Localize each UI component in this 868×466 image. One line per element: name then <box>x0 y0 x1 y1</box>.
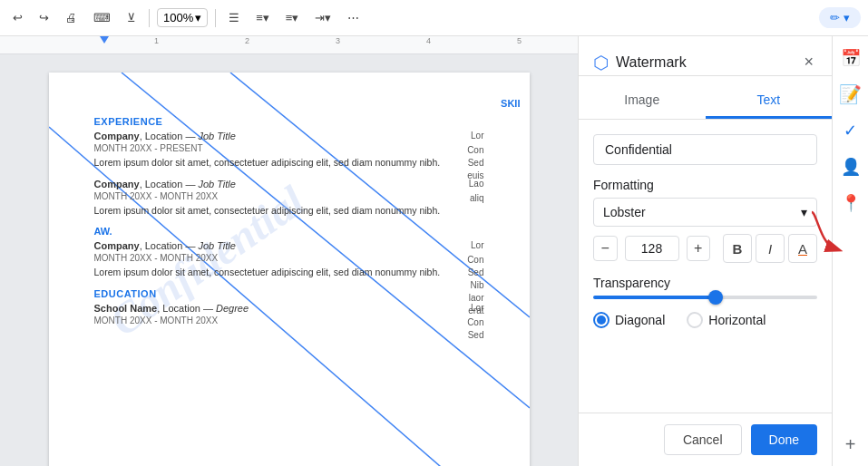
ruler-mark-4: 4 <box>426 36 431 45</box>
diagonal-label: Diagonal <box>615 313 665 327</box>
panel-body: Formatting Lobster ▾ <box>579 120 832 413</box>
tab-text[interactable]: Text <box>706 83 833 119</box>
job1-side3: Sed <box>468 158 484 168</box>
size-row: − + B I A <box>593 234 817 263</box>
panel-close-button[interactable]: × <box>800 49 817 75</box>
panel-header: ⬡ Watermark × <box>579 36 832 76</box>
indent-button[interactable]: ⇥▾ <box>309 7 336 28</box>
format-buttons: B I A <box>723 234 817 263</box>
ruler-marks: 1 2 3 4 5 <box>54 36 523 54</box>
watermark-text-input[interactable] <box>593 134 817 165</box>
calendar-icon-btn[interactable]: 📅 <box>836 44 865 73</box>
job1-side: Lor <box>471 131 483 141</box>
ruler-cursor <box>100 36 109 44</box>
job3-side1: Lor <box>471 240 483 250</box>
note-icon-btn[interactable]: 📝 <box>836 80 865 109</box>
check-icon-btn[interactable]: ✓ <box>836 116 865 145</box>
ruler-mark-3: 3 <box>336 36 340 45</box>
color-button[interactable]: A <box>788 234 817 263</box>
redo-button[interactable]: ↪ <box>34 7 54 28</box>
panel-title: Watermark <box>616 54 800 71</box>
transparency-section: Transparency <box>593 276 817 299</box>
job3-side2: Con <box>467 255 483 265</box>
size-increase-button[interactable]: + <box>687 236 711 261</box>
job2-body: Lorem ipsum dolor sit amet, consectetuer… <box>94 204 484 218</box>
horizontal-option[interactable]: Horizontal <box>687 312 766 328</box>
main-area: 1 2 3 4 5 Confidential EXPERIENCE <box>0 36 868 466</box>
watermark-panel-icon: ⬡ <box>593 52 609 73</box>
user-icon-btn[interactable]: 👤 <box>836 152 865 181</box>
job-entry-1: Company, Location — Job Title Lor MONTH … <box>94 131 484 170</box>
job3-jobtitle: Job Title <box>198 240 235 251</box>
job2-jobtitle: Job Title <box>198 179 235 189</box>
school-name: School Name <box>94 303 158 314</box>
orientation-row: Diagonal Horizontal <box>593 312 817 328</box>
job2-company: Company <box>94 179 140 189</box>
diagonal-option[interactable]: Diagonal <box>593 312 665 328</box>
horizontal-radio[interactable] <box>687 312 703 328</box>
formatting-label: Formatting <box>593 178 817 192</box>
job3-side3: Sed <box>468 267 484 277</box>
layout-button[interactable]: ☰ <box>223 7 245 28</box>
tab-image[interactable]: Image <box>579 83 706 119</box>
job3-title-line: Company, Location — Job Title Lor <box>94 240 484 251</box>
spellcheck-button[interactable]: ⌨ <box>88 7 116 28</box>
job2-side2: aliq <box>470 193 484 203</box>
done-button[interactable]: Done <box>751 424 817 455</box>
job1-company: Company <box>94 131 140 141</box>
diagonal-radio[interactable] <box>593 312 610 328</box>
job1-side2: Con <box>467 145 483 155</box>
cancel-button[interactable]: Cancel <box>664 424 742 455</box>
ruler: 1 2 3 4 5 <box>0 36 578 54</box>
pen-chevron: ▾ <box>844 11 850 24</box>
ruler-mark-1: 1 <box>154 36 159 45</box>
job2-dates: MONTH 20XX - MONTH 20XX <box>94 191 484 201</box>
job1-jobtitle: Job Title <box>198 131 235 141</box>
font-chevron-icon: ▾ <box>801 205 807 219</box>
job1-dates: MONTH 20XX - PRESENT <box>94 143 484 153</box>
doc-content: Confidential EXPERIENCE Company, Locatio… <box>0 54 578 466</box>
school-entry: School Name, Location — Degree Lor MONTH… <box>94 303 484 325</box>
school-title-line: School Name, Location — Degree Lor <box>94 303 484 314</box>
job3-side5: laor <box>469 293 484 303</box>
map-icon-btn[interactable]: 📍 <box>836 189 865 218</box>
list-button[interactable]: ≡▾ <box>280 7 305 28</box>
print-button[interactable]: 🖨 <box>60 7 83 28</box>
add-icon-btn[interactable]: + <box>836 430 865 459</box>
job2-side1: Lao <box>469 179 484 189</box>
italic-button[interactable]: I <box>756 234 785 263</box>
education-section-header: EDUCATION <box>94 288 484 299</box>
school-degree: Degree <box>216 303 249 314</box>
right-icons-bar: 📅 📝 ✓ 👤 📍 + <box>832 36 868 466</box>
color-button-label: A <box>798 241 807 257</box>
undo-button[interactable]: ↩ <box>7 7 28 28</box>
job3-dates: MONTH 20XX - MONTH 20XX <box>94 253 484 263</box>
toolbar: ↩ ↪ 🖨 ⌨ ⊻ 100% ▾ ☰ ≡▾ ≡▾ ⇥▾ ⋯ ✏ ▾ <box>0 0 868 36</box>
formatting-section: Formatting Lobster ▾ <box>593 178 817 263</box>
size-decrease-button[interactable]: − <box>593 236 618 261</box>
horizontal-label: Horizontal <box>708 313 766 327</box>
align-button[interactable]: ≡▾ <box>250 7 275 28</box>
panel-tabs: Image Text <box>579 83 832 120</box>
edu-side1: Lor <box>471 303 483 313</box>
more-button[interactable]: ⋯ <box>342 7 365 28</box>
zoom-chevron-icon: ▾ <box>195 11 201 24</box>
font-select-dropdown[interactable]: Lobster ▾ <box>593 198 817 227</box>
experience-section-header: EXPERIENCE <box>94 116 484 127</box>
ruler-mark-5: 5 <box>517 36 522 45</box>
school-location: Location <box>162 303 200 314</box>
font-name: Lobster <box>603 205 646 219</box>
bold-button[interactable]: B <box>723 234 752 263</box>
job2-title-line: Company, Location — Job Title Lao <box>94 179 484 189</box>
toolbar-separator-2 <box>215 9 216 27</box>
transparency-slider[interactable] <box>593 296 817 299</box>
pen-button[interactable]: ✏ ▾ <box>819 7 861 28</box>
zoom-control[interactable]: 100% ▾ <box>157 8 208 27</box>
pointer-button[interactable]: ⊻ <box>122 7 141 28</box>
diagonal-radio-inner <box>597 316 606 325</box>
edu-dates: MONTH 20XX - MONTH 20XX <box>94 316 484 325</box>
font-size-input[interactable] <box>625 236 679 261</box>
job1-title-line: Company, Location — Job Title Lor <box>94 131 484 141</box>
zoom-value: 100% <box>163 11 193 24</box>
pen-icon: ✏ <box>830 11 840 24</box>
